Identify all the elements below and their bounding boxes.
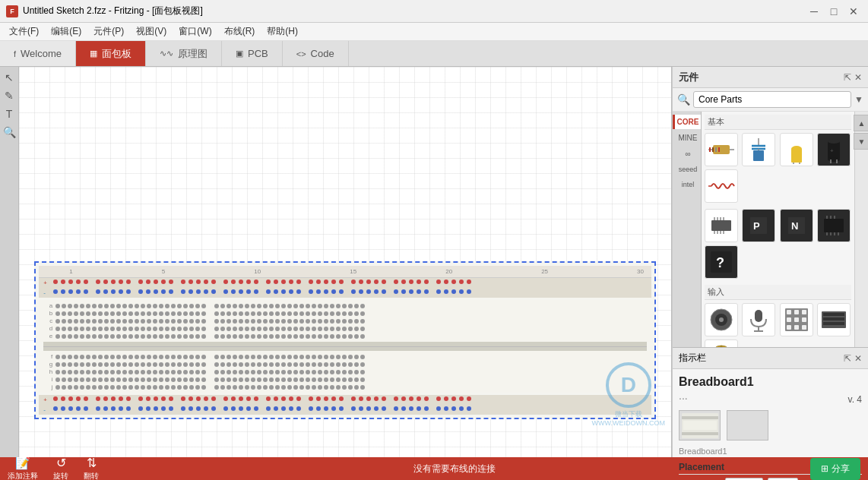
bb-hole[interactable]: [227, 385, 231, 390]
share-button[interactable]: ⊞ 分享: [810, 458, 860, 480]
rail-hole[interactable]: [467, 406, 471, 411]
menu-help[interactable]: 帮助(H): [261, 24, 304, 39]
bb-hole[interactable]: [336, 370, 341, 374]
bb-hole[interactable]: [68, 311, 72, 316]
bb-hole[interactable]: [257, 334, 261, 339]
bb-hole[interactable]: [128, 362, 133, 367]
rail-hole[interactable]: [254, 396, 258, 401]
bb-hole[interactable]: [293, 385, 298, 390]
bb-hole[interactable]: [239, 377, 243, 382]
bb-hole[interactable]: [122, 327, 127, 331]
rail-hole[interactable]: [76, 279, 81, 284]
bb-hole[interactable]: [354, 327, 359, 331]
part-item-electrolytic[interactable]: +: [817, 133, 851, 166]
bb-hole[interactable]: [201, 311, 206, 316]
parts-tab-intel[interactable]: intel: [673, 178, 701, 191]
bb-hole[interactable]: [214, 304, 219, 308]
menu-file[interactable]: 文件(F): [3, 24, 45, 39]
bb-hole[interactable]: [98, 304, 103, 308]
bb-hole[interactable]: [239, 355, 243, 359]
bb-hole[interactable]: [239, 362, 243, 367]
bb-hole[interactable]: [98, 377, 103, 382]
bb-hole[interactable]: [171, 362, 176, 367]
bb-hole[interactable]: [348, 319, 353, 324]
rail-hole[interactable]: [401, 396, 406, 401]
rail-hole[interactable]: [324, 406, 328, 411]
bb-hole[interactable]: [220, 327, 225, 331]
bb-hole[interactable]: [183, 334, 188, 339]
bb-hole[interactable]: [354, 362, 359, 367]
menu-window[interactable]: 窗口(W): [173, 24, 217, 39]
bb-hole[interactable]: [141, 327, 145, 331]
rail-hole[interactable]: [161, 396, 166, 401]
bb-hole[interactable]: [257, 327, 261, 331]
part-item-pnp[interactable]: P: [742, 209, 775, 242]
bb-hole[interactable]: [263, 304, 268, 308]
bb-hole[interactable]: [214, 319, 219, 324]
rail-hole[interactable]: [374, 396, 379, 401]
bb-hole[interactable]: [342, 304, 347, 308]
bb-hole[interactable]: [86, 385, 90, 390]
bb-hole[interactable]: [116, 334, 121, 339]
bb-hole[interactable]: [269, 334, 274, 339]
rail-hole[interactable]: [289, 406, 293, 411]
bb-hole[interactable]: [110, 355, 115, 359]
bb-hole[interactable]: [263, 319, 268, 324]
bb-hole[interactable]: [55, 334, 60, 339]
menu-components[interactable]: 元件(P): [87, 24, 130, 39]
bb-hole[interactable]: [201, 377, 206, 382]
bb-hole[interactable]: [135, 311, 139, 316]
bb-hole[interactable]: [159, 304, 163, 308]
bb-hole[interactable]: [336, 319, 341, 324]
bb-hole[interactable]: [318, 334, 322, 339]
bb-hole[interactable]: [104, 304, 109, 308]
bb-hole[interactable]: [92, 362, 97, 367]
bb-hole[interactable]: [336, 311, 341, 316]
bb-hole[interactable]: [348, 327, 353, 331]
bb-hole[interactable]: [68, 355, 72, 359]
rail-hole[interactable]: [289, 396, 293, 401]
bb-hole[interactable]: [318, 362, 322, 367]
bb-hole[interactable]: [287, 377, 292, 382]
rail-hole[interactable]: [231, 289, 236, 294]
bb-hole[interactable]: [104, 377, 109, 382]
bb-hole[interactable]: [110, 385, 115, 390]
bb-hole[interactable]: [55, 385, 60, 390]
bb-hole[interactable]: [165, 319, 169, 324]
rail-hole[interactable]: [223, 396, 228, 401]
bb-hole[interactable]: [128, 385, 133, 390]
bb-hole[interactable]: [104, 327, 109, 331]
bb-hole[interactable]: [201, 370, 206, 374]
rail-hole[interactable]: [401, 406, 406, 411]
sidebar-route-icon[interactable]: ✎: [2, 88, 17, 103]
rail-hole[interactable]: [296, 289, 301, 294]
sidebar-pointer-icon[interactable]: ↖: [2, 70, 17, 85]
rail-hole[interactable]: [417, 396, 421, 401]
bb-hole[interactable]: [306, 334, 310, 339]
bb-hole[interactable]: [165, 370, 169, 374]
bb-hole[interactable]: [177, 304, 182, 308]
rail-hole[interactable]: [451, 289, 456, 294]
bb-hole[interactable]: [312, 370, 316, 374]
rail-hole[interactable]: [111, 279, 116, 284]
bb-hole[interactable]: [141, 334, 145, 339]
bb-hole[interactable]: [336, 334, 341, 339]
bb-hole[interactable]: [177, 385, 182, 390]
bb-hole[interactable]: [195, 377, 200, 382]
rail-hole[interactable]: [289, 279, 293, 284]
bb-hole[interactable]: [336, 304, 341, 308]
menu-view[interactable]: 视图(V): [130, 24, 173, 39]
bb-hole[interactable]: [80, 385, 84, 390]
rail-hole[interactable]: [374, 406, 379, 411]
bb-hole[interactable]: [189, 334, 194, 339]
bb-hole[interactable]: [177, 319, 182, 324]
rail-hole[interactable]: [204, 406, 208, 411]
bb-hole[interactable]: [68, 362, 72, 367]
bb-hole[interactable]: [159, 319, 163, 324]
bb-hole[interactable]: [55, 311, 60, 316]
bb-hole[interactable]: [293, 355, 298, 359]
bb-hole[interactable]: [245, 334, 249, 339]
rail-hole[interactable]: [359, 396, 363, 401]
menu-edit[interactable]: 编辑(E): [45, 24, 87, 39]
bb-hole[interactable]: [257, 319, 261, 324]
